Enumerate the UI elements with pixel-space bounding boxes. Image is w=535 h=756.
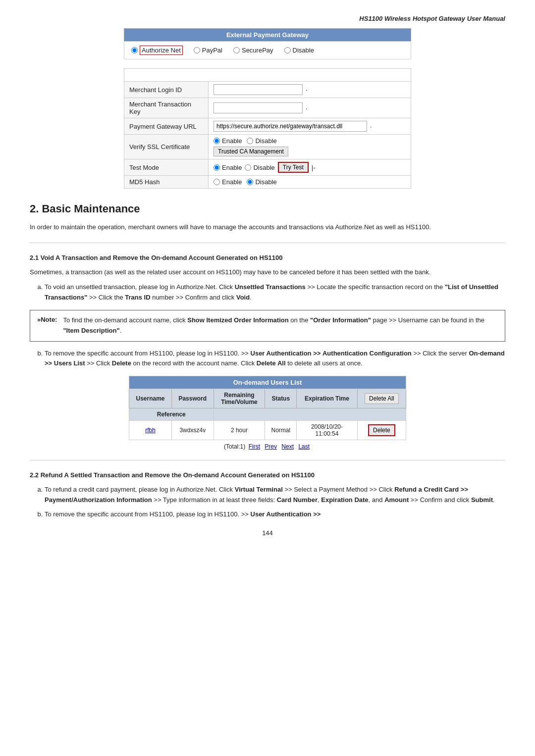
sub2-item-a: To refund a credit card payment, please … bbox=[45, 485, 505, 505]
test-enable-option[interactable]: Enable bbox=[214, 164, 242, 171]
merchant-login-dot: · bbox=[306, 86, 308, 94]
trusted-ca-button[interactable]: Trusted CA Management bbox=[214, 147, 288, 156]
page-header: HS1100 Wireless Hotspot Gateway User Man… bbox=[30, 15, 505, 22]
col-delete-all: Delete All bbox=[357, 389, 406, 408]
ssl-disable-option[interactable]: Disable bbox=[247, 137, 276, 145]
page-number: 144 bbox=[30, 529, 505, 537]
divider bbox=[30, 243, 505, 243]
test-disable-option[interactable]: Disable bbox=[245, 164, 274, 171]
sub2-b-bold1: User Authentication >> bbox=[251, 510, 321, 518]
sub1-list: To void an unsettled transaction, please… bbox=[30, 282, 505, 303]
try-test-suffix: |- bbox=[312, 164, 316, 171]
users-table: On-demand Users List Username Password R… bbox=[129, 376, 406, 440]
paypal-label: PayPal bbox=[202, 47, 222, 54]
pagination-next[interactable]: Next bbox=[281, 443, 294, 450]
sub2-a-bold4: Expiration Date bbox=[321, 496, 368, 504]
col-status: Status bbox=[265, 389, 297, 408]
merchant-login-row: Merchant Login ID · bbox=[124, 82, 411, 98]
col-expiration: Expiration Time bbox=[297, 389, 357, 408]
sub1-b-text1: To remove the specific account from HS11… bbox=[45, 350, 251, 357]
users-col-headers: Username Password RemainingTime/Volume S… bbox=[129, 389, 406, 408]
sub1-a-end: . bbox=[250, 294, 252, 301]
col-reference: Reference bbox=[129, 408, 214, 421]
sub2-a-bold6: Submit bbox=[471, 496, 493, 504]
sub2-a-bold5: Amount bbox=[384, 496, 409, 504]
md5-disable-option[interactable]: Disable bbox=[247, 178, 276, 186]
merchant-login-field-row: · bbox=[214, 84, 406, 95]
sub1-a-bold1: Unsettled Transactions bbox=[235, 283, 306, 291]
pagination-first[interactable]: First bbox=[249, 443, 260, 450]
sub1-b-bold1: User Authentication >> bbox=[251, 350, 321, 357]
sub2-list: To refund a credit card payment, please … bbox=[30, 485, 505, 519]
col-password: Password bbox=[172, 389, 214, 408]
sub1-item-a: To void an unsettled transaction, please… bbox=[45, 282, 505, 303]
sub1-b-end: to delete all users at once. bbox=[286, 359, 363, 367]
sub1-a-bold3: Void bbox=[236, 294, 250, 301]
gateway-radio-options: Authorize Net PayPal SecurePay Disable bbox=[131, 46, 404, 55]
section2-title: 2. Basic Maintenance bbox=[30, 202, 505, 215]
option-authorize-net[interactable]: Authorize Net bbox=[131, 46, 183, 55]
sub1-b-bold2: Authentication Configuration bbox=[322, 350, 412, 357]
users-table-wrapper: On-demand Users List Username Password R… bbox=[129, 376, 406, 450]
merchant-key-input[interactable] bbox=[214, 102, 303, 113]
col-username: Username bbox=[129, 389, 172, 408]
username-link[interactable]: rfbh bbox=[145, 427, 156, 434]
sub2-title: 2.2 Refund A Settled Transaction and Rem… bbox=[30, 470, 505, 481]
payment-url-row: Payment Gateway URL · bbox=[124, 118, 411, 135]
note-box: »Note: To find the on-demand account nam… bbox=[30, 310, 505, 342]
sub2-a-text2: >> Select a Payment Method >> Click bbox=[283, 486, 394, 493]
ssl-enable-option[interactable]: Enable bbox=[214, 137, 242, 145]
section2-intro: In order to maintain the operation, merc… bbox=[30, 222, 505, 233]
cell-time-volume: 2 hour bbox=[214, 421, 265, 440]
delete-all-button[interactable]: Delete All bbox=[365, 393, 399, 404]
col-reference-row: Reference bbox=[129, 408, 406, 421]
option-paypal[interactable]: PayPal bbox=[194, 47, 222, 54]
sub2-a-text3: >> Type information in at least three fi… bbox=[152, 496, 277, 504]
sub2-a-text5: , and bbox=[369, 496, 385, 504]
pagination-prev[interactable]: Prev bbox=[265, 443, 277, 450]
merchant-login-input[interactable] bbox=[214, 84, 303, 95]
payment-url-dot: · bbox=[370, 123, 372, 130]
md5-radio-group: Enable Disable bbox=[214, 178, 406, 186]
delete-button[interactable]: Delete bbox=[368, 424, 395, 436]
sub1-a-text1: To void an unsettled transaction, please… bbox=[45, 283, 235, 291]
sub1-a-bold2: Trans ID bbox=[125, 294, 150, 301]
table-row: rfbh 3wdxsz4v 2 hour Normal 2008/10/20-1… bbox=[129, 421, 406, 440]
merchant-key-dot: · bbox=[306, 104, 308, 112]
option-securepay[interactable]: SecurePay bbox=[233, 47, 273, 54]
note-icon: »Note: bbox=[37, 316, 57, 323]
payment-url-label: Payment Gateway URL bbox=[124, 118, 209, 135]
note-text: To find the on-demand account name, clic… bbox=[63, 315, 498, 336]
sub2-a-bold1: Virtual Terminal bbox=[235, 486, 283, 493]
sub1-item-b: To remove the specific account from HS11… bbox=[45, 349, 505, 369]
md5-hash-row: MD5 Hash Enable Disable bbox=[124, 176, 411, 189]
md5-hash-label: MD5 Hash bbox=[124, 176, 209, 189]
payment-url-input[interactable] bbox=[214, 121, 367, 132]
cell-status: Normal bbox=[265, 421, 297, 440]
sub1-a-text3: >> Click the bbox=[87, 294, 125, 301]
test-mode-label: Test Mode bbox=[124, 159, 209, 176]
sub2-item-b: To remove the specific account from HS11… bbox=[45, 509, 505, 520]
merchant-login-label: Merchant Login ID bbox=[124, 82, 209, 98]
sub1-a-text2: >> Locate the specific transaction recor… bbox=[306, 283, 445, 291]
sub1-b-text3: >> Click the server bbox=[412, 350, 469, 357]
verify-ssl-label: Verify SSL Certificate bbox=[124, 135, 209, 159]
sub1-b-bold4: Delete bbox=[112, 359, 131, 367]
authorize-net-label: Authorize Net bbox=[140, 46, 183, 55]
pagination-last[interactable]: Last bbox=[298, 443, 310, 450]
gateway-table: External Payment Gateway Authorize Net P… bbox=[124, 28, 411, 59]
col-time-volume: RemainingTime/Volume bbox=[214, 389, 265, 408]
sub1-list-b: To remove the specific account from HS11… bbox=[30, 349, 505, 369]
test-mode-options: Enable Disable Try Test |- bbox=[214, 162, 406, 173]
verify-ssl-options: Enable Disable Trusted CA Management bbox=[214, 137, 406, 156]
merchant-key-label: Merchant Transaction Key bbox=[124, 98, 209, 118]
sub1-b-bold5: Delete All bbox=[257, 359, 286, 367]
cell-expiration: 2008/10/20-11:00:54 bbox=[297, 421, 357, 440]
verify-ssl-radio-group: Enable Disable bbox=[214, 137, 406, 145]
try-test-button[interactable]: Try Test bbox=[278, 162, 309, 173]
md5-enable-option[interactable]: Enable bbox=[214, 178, 242, 186]
option-disable[interactable]: Disable bbox=[284, 47, 314, 54]
sub1-title: 2.1 Void A Transaction and Remove the On… bbox=[30, 253, 505, 263]
sub2-b-text1: To remove the specific account from HS11… bbox=[45, 510, 251, 518]
securepay-label: SecurePay bbox=[242, 47, 273, 54]
